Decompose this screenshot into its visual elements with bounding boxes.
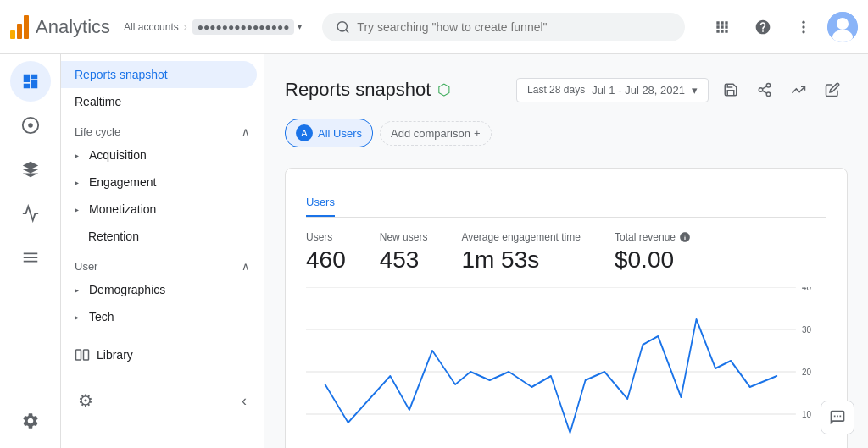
title-row: Reports snapshot ⬡ [285, 79, 451, 101]
sidebar-item-retention[interactable]: Retention [61, 223, 257, 250]
metric-revenue-label: Total revenue [615, 231, 691, 243]
feedback-button[interactable] [821, 401, 854, 434]
search-bar[interactable] [322, 13, 685, 41]
search-input[interactable] [357, 20, 671, 34]
sidebar-item-label: Monetization [89, 202, 156, 216]
edit-button[interactable] [817, 75, 848, 105]
svg-point-3 [802, 25, 804, 28]
nav-realtime[interactable] [10, 105, 51, 146]
metrics-row: Users 460 New users 453 Average engageme… [306, 231, 826, 274]
svg-point-6 [837, 18, 849, 30]
sidebar-item-label: Retention [88, 230, 139, 243]
sidebar-collapse-button[interactable]: ‹ [225, 382, 264, 420]
svg-point-12 [766, 84, 771, 88]
icon-bar [0, 54, 61, 448]
help-button[interactable] [746, 10, 780, 44]
sidebar-item-label: Engagement [89, 175, 156, 189]
metric-engagement-time: Average engagement time 1m 53s [461, 231, 581, 274]
chart-tab-users[interactable]: Users [306, 189, 335, 217]
add-icon: + [474, 127, 481, 140]
logo-bar-2 [17, 24, 22, 39]
layout: Reports snapshot Realtime Life cycle ∧ ▸… [0, 54, 868, 448]
expand-arrow-icon: ▸ [75, 151, 79, 160]
nav-settings[interactable] [10, 401, 51, 441]
sidebar-item-realtime[interactable]: Realtime [61, 88, 257, 115]
metric-revenue-value: $0.00 [615, 246, 691, 274]
sidebar-item-demographics[interactable]: ▸ Demographics [61, 276, 257, 303]
topbar: Analytics All accounts › ●●●●●●●●●●●●●●●… [0, 0, 868, 54]
main-header: Reports snapshot ⬡ Last 28 days Jul 1 - … [285, 75, 848, 105]
more-options-button[interactable] [787, 10, 821, 44]
expand-arrow-icon: ▸ [75, 285, 79, 295]
nav-advertise[interactable] [10, 193, 51, 234]
sidebar-item-label: Realtime [75, 95, 121, 108]
sidebar-item-library[interactable]: Library [61, 337, 264, 373]
logo-bar-3 [24, 15, 29, 39]
nav-configure[interactable] [10, 237, 51, 278]
breadcrumb-sep: › [184, 21, 187, 33]
date-range-value: Jul 1 - Jul 28, 2021 [592, 84, 685, 97]
account-selector[interactable]: All accounts › ●●●●●●●●●●●●●●● ▾ [124, 19, 302, 35]
user-collapse-icon[interactable]: ∧ [242, 260, 250, 273]
feedback-icon[interactable] [821, 401, 854, 434]
icon-bar-bottom [10, 401, 51, 441]
sidebar-settings-button[interactable]: ⚙ [61, 380, 110, 421]
header-controls: Last 28 days Jul 1 - Jul 28, 2021 ▾ [516, 75, 848, 105]
library-label: Library [97, 348, 133, 362]
lifecycle-section-header: Life cycle ∧ [61, 115, 264, 141]
chart-card: Users Users 460 New users 453 Average en… [285, 168, 848, 448]
topbar-right [705, 10, 858, 44]
all-users-label: All Users [318, 127, 362, 140]
sidebar-item-label: Reports snapshot [75, 68, 168, 81]
last28-label: Last 28 days [527, 84, 585, 96]
svg-point-14 [766, 92, 771, 97]
header-actions [715, 75, 848, 105]
svg-line-16 [762, 86, 766, 89]
expand-arrow-icon: ▸ [75, 178, 79, 187]
sidebar-item-acquisition[interactable]: ▸ Acquisition [61, 141, 257, 169]
metric-new-users: New users 453 [380, 231, 428, 274]
lifecycle-label: Life cycle [75, 125, 120, 138]
all-users-chip[interactable]: A All Users [285, 119, 373, 147]
logo-bars [10, 15, 29, 39]
page-title: Reports snapshot [285, 79, 431, 101]
sidebar-item-monetization[interactable]: ▸ Monetization [61, 196, 257, 223]
nav-explore[interactable] [10, 149, 51, 190]
expand-arrow-icon: ▸ [75, 312, 79, 322]
svg-rect-11 [84, 350, 89, 360]
svg-text:30: 30 [802, 325, 811, 335]
main-content: Reports snapshot ⬡ Last 28 days Jul 1 - … [264, 54, 868, 448]
metric-total-revenue: Total revenue $0.00 [615, 231, 691, 274]
save-report-button[interactable] [715, 75, 746, 105]
avatar[interactable] [827, 12, 858, 42]
metric-engagement-label: Average engagement time [461, 231, 581, 243]
share-button[interactable] [749, 75, 780, 105]
svg-point-9 [28, 123, 33, 128]
sidebar-item-tech[interactable]: ▸ Tech [61, 303, 257, 330]
sidebar-item-label: Acquisition [89, 148, 147, 162]
logo-bar-1 [10, 30, 15, 39]
lifecycle-collapse-icon[interactable]: ∧ [242, 125, 250, 138]
svg-text:40: 40 [802, 287, 811, 292]
apps-button[interactable] [705, 10, 739, 44]
sidebar-item-engagement[interactable]: ▸ Engagement [61, 169, 257, 196]
nav-home[interactable] [10, 61, 51, 102]
svg-rect-10 [76, 350, 81, 360]
library-icon [75, 347, 90, 362]
metric-users: Users 460 [306, 231, 346, 274]
trend-button[interactable] [783, 75, 814, 105]
user-label: User [75, 260, 97, 273]
chart-tab-label: Users [306, 196, 335, 208]
sidebar-item-reports-snapshot[interactable]: Reports snapshot [61, 61, 257, 88]
add-comparison-label: Add comparison [391, 127, 470, 140]
chevron-down-icon: ▾ [298, 22, 302, 31]
svg-line-1 [346, 30, 348, 32]
svg-line-15 [762, 91, 766, 93]
metric-engagement-value: 1m 53s [461, 246, 581, 274]
date-range-selector[interactable]: Last 28 days Jul 1 - Jul 28, 2021 ▾ [516, 78, 709, 102]
add-comparison-button[interactable]: Add comparison + [380, 121, 492, 146]
info-icon [679, 231, 691, 243]
chart-tab-row: Users [306, 189, 826, 218]
external-link-icon[interactable]: ⬡ [437, 80, 451, 99]
metric-users-value: 460 [306, 246, 346, 274]
